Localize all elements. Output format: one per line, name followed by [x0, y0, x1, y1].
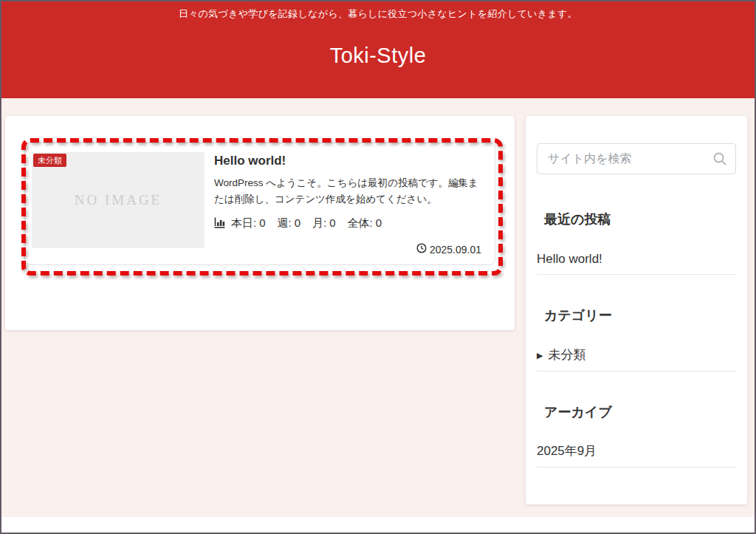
post-view-stats: 本日:0 週:0 月:0 全体:0 — [214, 216, 481, 230]
site-footer — [1, 517, 755, 533]
post-date-text: 2025.09.01 — [430, 244, 481, 256]
clock-icon — [416, 243, 427, 256]
site-tagline: 日々の気づきや学びを記録しながら、暮らしに役立つ小さなヒントを紹介していきます。 — [1, 1, 755, 20]
site-title[interactable]: Toki-Style — [1, 44, 755, 68]
stat-today: 本日:0 — [231, 216, 266, 230]
triangle-marker-icon: ▶ — [537, 351, 543, 360]
recent-posts-heading: 最近の投稿 — [544, 213, 729, 227]
recent-post-link[interactable]: Hello world! — [537, 252, 736, 275]
archive-link[interactable]: 2025年9月 — [537, 444, 736, 468]
main-content-panel: 未分類 NO IMAGE Hello world! WordPress へようこ… — [5, 116, 515, 330]
no-image-placeholder: NO IMAGE — [75, 192, 162, 208]
site-header: 日々の気づきや学びを記録しながら、暮らしに役立つ小さなヒントを紹介していきます。… — [1, 1, 755, 98]
categories-heading: カテゴリー — [544, 309, 729, 324]
stat-total: 全体:0 — [348, 216, 382, 230]
search-icon[interactable] — [712, 151, 727, 166]
stat-month: 月:0 — [312, 216, 336, 230]
post-date: 2025.09.01 — [416, 243, 481, 256]
post-card[interactable]: 未分類 NO IMAGE Hello world! WordPress へようこ… — [24, 143, 495, 265]
post-thumbnail: 未分類 NO IMAGE — [32, 152, 205, 248]
post-title[interactable]: Hello world! — [214, 154, 481, 168]
search-box — [537, 143, 736, 174]
search-input[interactable] — [537, 143, 736, 174]
post-excerpt: WordPress へようこそ。こちらは最初の投稿です。編集または削除し、コンテ… — [214, 175, 481, 207]
sidebar: 最近の投稿 Hello world! カテゴリー ▶未分類 アーカイブ 2025… — [526, 116, 747, 504]
category-badge[interactable]: 未分類 — [33, 154, 66, 167]
bar-chart-icon — [214, 217, 227, 230]
post-body: Hello world! WordPress へようこそ。こちらは最初の投稿です… — [205, 152, 481, 256]
page: 日々の気づきや学びを記録しながら、暮らしに役立つ小さなヒントを紹介していきます。… — [0, 0, 756, 534]
stat-week: 週:0 — [278, 216, 301, 230]
category-link[interactable]: ▶未分類 — [537, 348, 736, 372]
archives-heading: アーカイブ — [544, 405, 729, 420]
